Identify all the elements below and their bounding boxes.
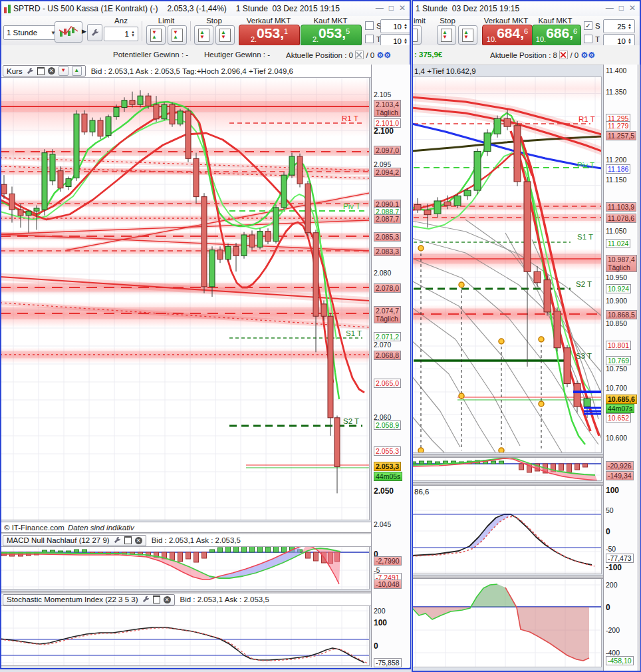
chart-settings-button[interactable] bbox=[87, 24, 102, 41]
axis-label: 2.074,7Täglich bbox=[374, 306, 401, 323]
titlebar-dax[interactable]: 1 Stunde 03 Dez 2015 19:15 —□✕ bbox=[413, 1, 640, 17]
maximize-icon[interactable]: □ bbox=[389, 3, 395, 13]
scrollbar[interactable] bbox=[637, 65, 640, 671]
limit-sell-button[interactable]: ▼▲ bbox=[146, 25, 166, 45]
buy-arrow-button[interactable]: ▲ bbox=[72, 66, 82, 76]
target-distance-stepper[interactable]: 10▲▼ bbox=[603, 34, 635, 46]
axis-label: 2.085,3 bbox=[374, 232, 401, 242]
axis-label: 44m07s bbox=[606, 404, 634, 413]
price-panel-header-cut: 1,4 +Tief 10.642,9 bbox=[413, 65, 603, 77]
axis-label: -100 bbox=[606, 563, 622, 572]
axis-label: 11.078,6 bbox=[606, 214, 636, 223]
buy-market-button[interactable]: 10.686,6 bbox=[532, 25, 581, 46]
stop-sell-icon: ▲▼ bbox=[198, 29, 209, 42]
axis-label: 10.685,6 bbox=[606, 395, 637, 404]
position-settings-gear-icon[interactable]: ⚙⚙ bbox=[376, 51, 391, 60]
stop-distance-stepper[interactable]: 25▲▼ bbox=[603, 19, 635, 33]
order-toolbar: imit ▼▲ Stop ▲▼ ▲▼ Verkauf MKT 10.684,6 … bbox=[413, 16, 640, 46]
target-checkbox[interactable]: T bbox=[584, 35, 600, 43]
close-panel-icon[interactable]: ✕ bbox=[48, 67, 55, 75]
axis-label: -458,10 bbox=[606, 656, 634, 665]
axis-label: 10.750 bbox=[606, 365, 627, 373]
axis-label: 2.068,8 bbox=[374, 351, 401, 360]
buy-market-button[interactable]: 2.053,5 bbox=[301, 25, 362, 46]
macd-title: MACD Null Nachlauf (12 27 9) bbox=[7, 536, 110, 544]
close-position-icon[interactable] bbox=[559, 51, 568, 59]
axis-label: 0 bbox=[606, 527, 610, 536]
close-panel-icon[interactable]: ✕ bbox=[164, 596, 171, 603]
axis-label: 100 bbox=[606, 486, 619, 495]
last-price: 2.053,3 (-1,44%) bbox=[167, 4, 226, 13]
limit-buy-button[interactable]: ▼▲ bbox=[168, 25, 187, 45]
maximize-icon[interactable]: □ bbox=[619, 3, 625, 13]
axis-label: 2.058,9 bbox=[374, 420, 401, 430]
instrument-icon bbox=[4, 4, 11, 13]
target-checkbox[interactable]: T bbox=[365, 35, 381, 43]
stop-checkbox[interactable]: ✓S bbox=[584, 21, 600, 30]
period-select[interactable]: 1 Stunde▼ bbox=[3, 25, 59, 40]
close-icon[interactable]: ✕ bbox=[399, 3, 407, 13]
stop-distance-stepper[interactable]: 10▲▼ bbox=[380, 19, 410, 33]
expand-arrow-icon[interactable]: ▶ bbox=[82, 28, 86, 35]
axis-label: -77,473 bbox=[606, 554, 634, 563]
indicator-bidask-cut: 86,6 bbox=[414, 488, 429, 496]
wrench-icon[interactable] bbox=[113, 536, 121, 544]
buy-mkt-label: Kauf MKT bbox=[313, 17, 347, 25]
axis-label: 2.045 bbox=[374, 520, 391, 528]
close-panel-icon[interactable]: ✕ bbox=[135, 537, 142, 544]
sell-arrow-button[interactable]: ▼ bbox=[59, 66, 68, 76]
axis-label: 11.150 bbox=[606, 176, 626, 184]
titlebar-us500[interactable]: SPTRD - US 500 Kassa (1E Kontrakt) (-) 2… bbox=[1, 1, 410, 17]
chart-style-button[interactable] bbox=[55, 21, 82, 43]
stop-sell-button[interactable]: ▲▼ bbox=[437, 25, 456, 45]
axis-label: 2.100 bbox=[374, 126, 394, 136]
profit-row: : 375,9€ Aktuelle Position : 8 / 0 ⚙⚙ bbox=[413, 45, 640, 65]
close-icon[interactable]: ✕ bbox=[629, 3, 637, 13]
detach-icon[interactable] bbox=[124, 536, 132, 544]
sell-mkt-label: Verkauf MKT bbox=[247, 17, 291, 25]
axis-label: -75,858 bbox=[374, 658, 402, 667]
axis-label: 0 bbox=[374, 641, 378, 651]
axis-label: 10.600 bbox=[606, 434, 627, 442]
window-dax: 1 Stunde 03 Dez 2015 19:15 —□✕ imit ▼▲ S… bbox=[412, 0, 641, 672]
price-axis-dax[interactable]: 11.40011.35011.29511.27911.257,511.20011… bbox=[603, 65, 638, 671]
stop-sell-button[interactable]: ▲▼ bbox=[194, 25, 213, 45]
minimize-icon[interactable]: — bbox=[376, 3, 385, 13]
stop-checkbox[interactable]: S bbox=[365, 21, 382, 30]
axis-label: 11.050 bbox=[606, 227, 626, 235]
anz-stepper[interactable]: 1▲▼ bbox=[104, 27, 138, 41]
axis-label: 10.868,5 bbox=[606, 310, 637, 319]
minimize-icon[interactable]: — bbox=[606, 3, 615, 13]
wrench-icon[interactable] bbox=[26, 67, 34, 75]
target-distance-stepper[interactable]: 10▲▼ bbox=[380, 34, 410, 46]
axis-label: -10,048 bbox=[374, 580, 402, 589]
sell-market-button[interactable]: 10.684,6 bbox=[482, 25, 533, 46]
timeframe-datetime: 1 Stunde 03 Dez 2015 19:15 bbox=[236, 4, 340, 13]
close-position-icon[interactable] bbox=[355, 51, 364, 59]
axis-label: 10.700 bbox=[606, 384, 627, 392]
axis-label: 2.078,0 bbox=[374, 283, 401, 293]
limit-buy-button[interactable]: ▼▲ bbox=[413, 25, 422, 45]
position-settings-gear-icon[interactable]: ⚙⚙ bbox=[580, 51, 595, 60]
detach-icon[interactable] bbox=[153, 595, 160, 603]
sell-market-button[interactable]: 2.053,1 bbox=[239, 25, 300, 46]
macd-panel-header: MACD Null Nachlauf (12 27 9) ✕ Bid : 2.0… bbox=[1, 534, 371, 547]
stop-buy-button[interactable]: ▲▼ bbox=[458, 25, 477, 45]
wrench-icon[interactable] bbox=[142, 595, 150, 603]
today-profit: Heutiger Gewinn : - bbox=[204, 51, 270, 59]
stoch-title: Stochastic Momentum Index (22 3 5 3) bbox=[7, 595, 138, 603]
profit-row: Potentieller Gewinn : - Heutiger Gewinn … bbox=[1, 45, 410, 65]
current-position: Aktuelle Position : 8 / 0 ⚙⚙ bbox=[490, 51, 595, 60]
price-axis-us500[interactable]: 2.1052.103,4Täglich2.101,02.1002.097,02.… bbox=[371, 65, 410, 667]
axis-label: 11.103,9 bbox=[606, 202, 636, 212]
axis-label: 2.071,2 bbox=[374, 332, 401, 341]
axis-label: -2,7990 bbox=[374, 556, 402, 566]
stop-buy-button[interactable]: ▲▼ bbox=[215, 25, 235, 45]
stop-buy-icon: ▲▼ bbox=[462, 29, 473, 42]
axis-label: 2.070 bbox=[374, 341, 391, 349]
axis-label: -149,34 bbox=[606, 471, 634, 480]
axis-label: 2.050 bbox=[374, 486, 394, 496]
chart-style-icon bbox=[58, 25, 79, 39]
bid-ask-info-cut: 1,4 +Tief 10.642,9 bbox=[414, 67, 476, 75]
detach-icon[interactable] bbox=[37, 67, 45, 75]
